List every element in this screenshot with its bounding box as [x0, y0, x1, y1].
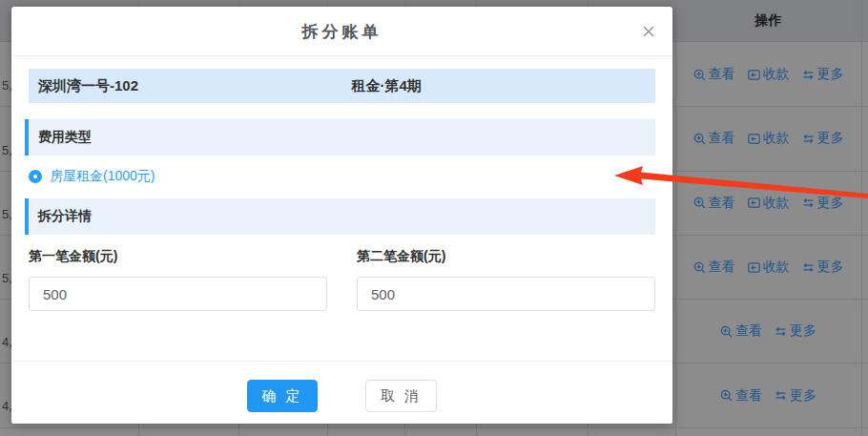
second-amount-label: 第二笔金额(元): [357, 248, 655, 265]
split-bill-dialog: 拆分账单 深圳湾一号-102 租金·第4期 费用类型 房屋租金(1000元) 拆…: [11, 7, 672, 424]
screen: 操作 5,查看收款更多5,查看收款更多5,查看收款更多5,查看收款更多4,查看更…: [0, 0, 868, 436]
bill-period: 租金·第4期: [342, 77, 656, 95]
first-amount-input[interactable]: [29, 277, 327, 311]
section-split-detail: 拆分详情: [25, 198, 655, 235]
close-icon[interactable]: [640, 23, 657, 40]
second-amount-input[interactable]: [357, 277, 655, 311]
dialog-footer: 确 定 取 消: [11, 361, 672, 424]
amount-fields: 第一笔金额(元) 第二笔金额(元): [29, 248, 655, 311]
radio-selected-icon[interactable]: [29, 170, 42, 183]
second-amount-field: 第二笔金额(元): [357, 248, 655, 311]
section-fee-type: 费用类型: [25, 119, 655, 156]
bill-summary-bar: 深圳湾一号-102 租金·第4期: [29, 69, 655, 103]
fee-radio-option[interactable]: 房屋租金(1000元): [29, 167, 655, 186]
property-name: 深圳湾一号-102: [29, 77, 342, 95]
dialog-title: 拆分账单: [11, 7, 672, 56]
dialog-header: 拆分账单: [11, 7, 672, 56]
first-amount-field: 第一笔金额(元): [29, 248, 327, 311]
dialog-body: 深圳湾一号-102 租金·第4期 费用类型 房屋租金(1000元) 拆分详情 第…: [11, 69, 672, 311]
first-amount-label: 第一笔金额(元): [29, 248, 327, 265]
cancel-button[interactable]: 取 消: [365, 380, 437, 412]
fee-radio-label: 房屋租金(1000元): [50, 168, 155, 185]
confirm-button[interactable]: 确 定: [247, 380, 318, 412]
